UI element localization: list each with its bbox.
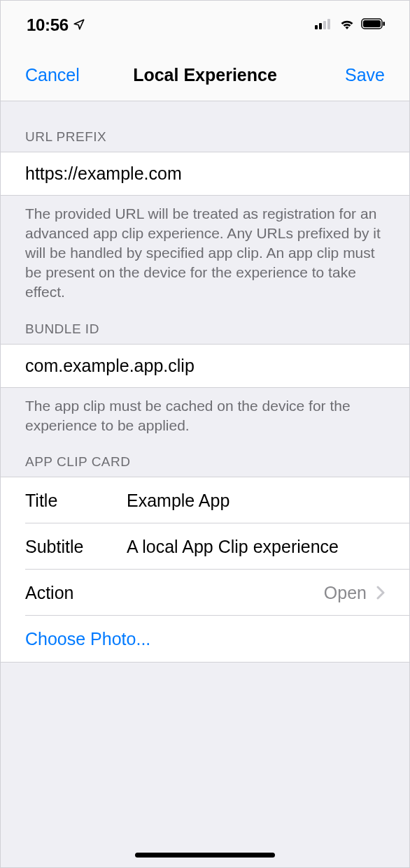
content-scroll[interactable]: URL PREFIX The provided URL will be trea… [1,101,409,663]
home-indicator[interactable] [135,853,275,858]
url-prefix-cell[interactable] [1,152,409,196]
svg-rect-3 [327,19,330,29]
choose-photo-link[interactable]: Choose Photo... [25,629,150,649]
page-title: Local Experience [133,65,277,85]
title-row[interactable]: Title Example App [1,477,409,523]
bundle-id-input[interactable] [25,356,385,376]
section-header-bundle-id: BUNDLE ID [1,302,409,344]
cellular-icon [315,18,333,32]
svg-rect-5 [363,20,381,27]
section-header-url-prefix: URL PREFIX [1,101,409,152]
url-prefix-input[interactable] [25,164,385,184]
cancel-button[interactable]: Cancel [25,65,80,85]
chevron-right-icon [376,586,385,600]
choose-photo-row[interactable]: Choose Photo... [1,616,409,662]
svg-rect-0 [315,25,318,29]
svg-rect-2 [323,21,326,29]
action-value: Open [324,583,367,603]
status-time: 10:56 [27,15,69,35]
subtitle-value: A local App Clip experience [127,537,339,557]
section-footer-bundle-id: The app clip must be cached on the devic… [1,388,409,435]
action-row[interactable]: Action Open [1,570,409,616]
title-label: Title [25,491,127,511]
battery-icon [361,17,386,33]
section-footer-url-prefix: The provided URL will be treated as regi… [1,196,409,302]
subtitle-row[interactable]: Subtitle A local App Clip experience [1,523,409,570]
svg-rect-1 [319,23,322,29]
wifi-icon [339,17,355,33]
section-header-app-clip-card: APP CLIP CARD [1,435,409,477]
action-label: Action [25,583,127,603]
location-icon [73,15,85,35]
navigation-bar: Cancel Local Experience Save [1,50,409,101]
status-bar: 10:56 [1,1,409,50]
app-clip-card-group: Title Example App Subtitle A local App C… [1,477,409,663]
save-button[interactable]: Save [345,65,385,85]
subtitle-label: Subtitle [25,537,127,557]
svg-rect-6 [383,22,386,26]
title-value: Example App [127,491,229,511]
bundle-id-cell[interactable] [1,344,409,388]
